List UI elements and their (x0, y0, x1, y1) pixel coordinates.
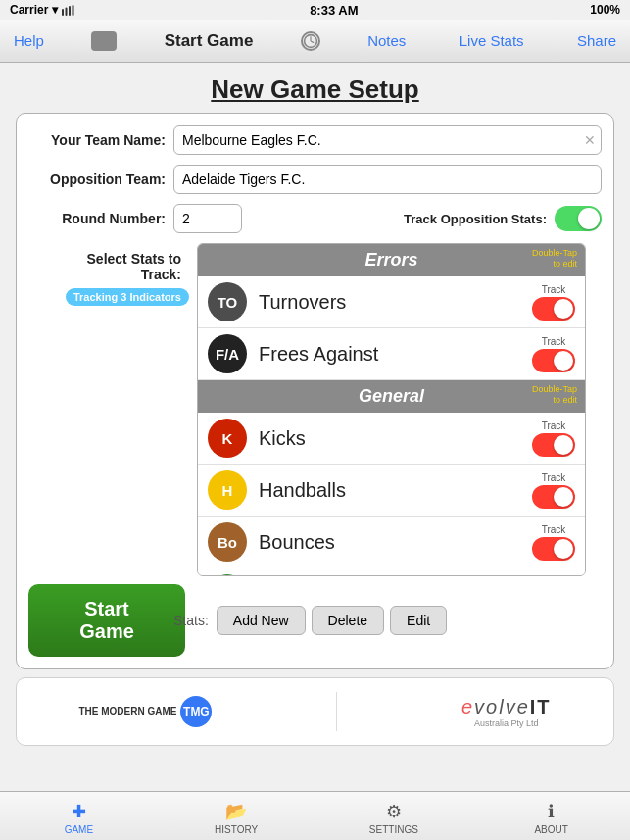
form-panel: Your Team Name: ✕ Opposition Team: Round… (16, 113, 614, 669)
turnovers-name: Turnovers (259, 291, 532, 314)
track-opp-knob (578, 208, 600, 229)
kicks-toggle[interactable] (532, 433, 575, 457)
track-opp-toggle[interactable] (555, 206, 602, 231)
team-name-clear[interactable]: ✕ (584, 132, 596, 148)
opposition-input[interactable] (173, 165, 602, 194)
handballs-name: Handballs (259, 479, 532, 502)
stats-left: Select Stats to Track: Tracking 3 Indica… (44, 243, 189, 306)
history-label: HISTORY (215, 824, 258, 835)
handballs-toggle-group: Track (532, 472, 575, 509)
team-name-row: Your Team Name: ✕ (28, 125, 602, 155)
content-area: New Game Setup Your Team Name: ✕ Opposit… (0, 63, 630, 840)
frees-against-toggle[interactable] (532, 349, 575, 372)
history-icon: 📂 (225, 801, 247, 822)
stats-list: Errors Double-Tapto edit TO Turnovers Tr… (197, 243, 586, 576)
app-container: Carrier ▾ 8:33 AM 100% Help Start Game (0, 0, 630, 840)
start-game-wrapper: Start Game (28, 584, 173, 657)
game-icon: ✚ (72, 801, 86, 822)
bounces-toggle[interactable] (532, 537, 575, 561)
stat-row-turnovers: TO Turnovers Track (198, 276, 585, 328)
svg-rect-3 (73, 5, 74, 16)
tmg-logo: THE MODERN GAME TMG (78, 696, 212, 727)
errors-label: Errors (364, 250, 417, 270)
round-input[interactable] (173, 204, 242, 233)
turnovers-toggle[interactable] (532, 297, 575, 321)
add-new-button[interactable]: Add New (217, 606, 306, 635)
frees-against-toggle-group: Track (532, 336, 575, 372)
stats-section: Select Stats to Track: Tracking 3 Indica… (28, 243, 602, 576)
tab-history[interactable]: 📂 HISTORY (158, 797, 315, 835)
bounces-badge: Bo (208, 522, 247, 562)
settings-label: SETTINGS (369, 824, 418, 835)
svg-rect-0 (62, 9, 64, 16)
wifi-icon (62, 5, 77, 16)
status-carrier: Carrier ▾ (10, 3, 77, 17)
handballs-toggle[interactable] (532, 485, 575, 509)
about-icon: ℹ (548, 801, 555, 822)
opposition-label: Opposition Team: (28, 172, 166, 187)
start-game-button[interactable]: Start Game (28, 584, 185, 657)
kicks-badge: K (208, 419, 247, 458)
errors-section-header: Errors Double-Tapto edit (198, 244, 585, 276)
select-stats-label: Select Stats to Track: (44, 247, 181, 282)
svg-rect-4 (96, 35, 112, 46)
page-title-area: New Game Setup (0, 63, 630, 113)
tmg-circle: TMG (180, 696, 212, 727)
logo-divider (336, 692, 337, 731)
bounces-toggle-group: Track (532, 524, 575, 561)
status-time: 8:33 AM (310, 3, 358, 18)
kicks-name: Kicks (259, 427, 532, 450)
stats-label: Stats: (173, 613, 209, 628)
team-name-label: Your Team Name: (28, 132, 166, 148)
tab-bar: ✚ GAME 📂 HISTORY ⚙ SETTINGS ℹ ABOUT (0, 791, 630, 840)
kicks-track-label: Track (542, 420, 566, 431)
bounces-track-label: Track (542, 524, 566, 535)
turnovers-toggle-group: Track (532, 284, 575, 321)
frees-against-name: Frees Against (259, 343, 532, 366)
stats-list-container: Errors Double-Tapto edit TO Turnovers Tr… (197, 243, 586, 576)
general-label: General (359, 386, 424, 406)
delete-button[interactable]: Delete (312, 606, 384, 635)
turnovers-track-label: Track (542, 284, 566, 295)
nav-share[interactable]: Share (571, 28, 622, 53)
nav-help[interactable]: Help (8, 28, 50, 53)
message-icon[interactable] (91, 31, 117, 51)
stats-bottom-bar: Start Game Stats: Add New Delete Edit (28, 576, 602, 657)
nav-start-game[interactable]: Start Game (159, 27, 260, 55)
stat-row-kicks: K Kicks Track (198, 413, 585, 465)
general-section-header: General Double-Tapto edit (198, 380, 585, 413)
stat-row-frees-against: F/A Frees Against Track (198, 328, 585, 380)
frees-against-badge: F/A (208, 334, 247, 373)
evolve-subtext: Australia Pty Ltd (461, 718, 552, 728)
evolve-text: evolveIT (461, 696, 552, 718)
handballs-track-label: Track (542, 472, 566, 483)
team-name-field-wrapper: ✕ (173, 125, 602, 155)
track-opp-label: Track Opposition Stats: (404, 212, 547, 226)
nav-live-stats[interactable]: Live Stats (454, 28, 530, 53)
general-hint: Double-Tapto edit (532, 384, 577, 406)
frees-against-track-label: Track (542, 336, 566, 347)
clock-icon (301, 31, 320, 51)
edit-button[interactable]: Edit (390, 606, 447, 635)
turnovers-badge: TO (208, 282, 247, 321)
handballs-badge: H (208, 470, 247, 510)
tracking-badge: Tracking 3 Indicators (66, 288, 189, 306)
status-battery: 100% (590, 3, 620, 17)
stat-row-tackles: T Tackles Track (198, 568, 585, 576)
nav-bar: Help Start Game Notes Live Stats Share (0, 20, 630, 63)
round-track-row: Round Number: Track Opposition Stats: (28, 204, 602, 233)
round-label: Round Number: (28, 211, 166, 226)
kicks-toggle-group: Track (532, 420, 575, 457)
svg-rect-2 (69, 6, 71, 16)
team-name-input[interactable] (173, 125, 602, 155)
evolve-logo: evolveIT Australia Pty Ltd (461, 696, 552, 728)
game-label: GAME (65, 824, 93, 835)
tmg-text: THE MODERN GAME (78, 706, 176, 717)
tab-game[interactable]: ✚ GAME (0, 797, 158, 835)
nav-notes[interactable]: Notes (362, 28, 412, 53)
tab-about[interactable]: ℹ ABOUT (472, 797, 630, 835)
tab-settings[interactable]: ⚙ SETTINGS (315, 797, 473, 835)
form-area: Your Team Name: ✕ Opposition Team: Round… (0, 113, 630, 669)
about-label: ABOUT (534, 824, 567, 835)
tackles-toggle-group: Track (532, 576, 575, 577)
